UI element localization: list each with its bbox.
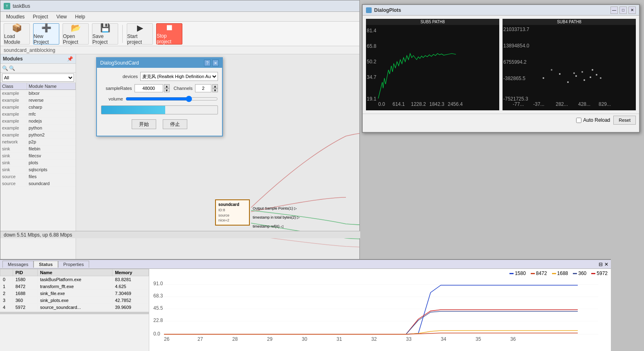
svg-text:35: 35 bbox=[476, 336, 481, 342]
dialog-progress-fill bbox=[101, 106, 165, 114]
sidebar-row[interactable]: examplepython2 bbox=[0, 132, 76, 139]
plots-minimize-btn[interactable]: — bbox=[610, 7, 618, 14]
sidebar-cell-name: soundcard bbox=[27, 180, 76, 187]
sidebar-cell-class: example bbox=[0, 111, 27, 117]
dialog-channels-input[interactable] bbox=[195, 84, 211, 92]
menu-help[interactable]: Help bbox=[71, 13, 90, 20]
toolbar-separator-1 bbox=[122, 25, 123, 43]
legend-label-1688: 1688 bbox=[557, 271, 568, 276]
start-project-button[interactable]: ▶ Start project bbox=[127, 23, 153, 45]
status-chart-area: 1580 8472 1688 360 5972 bbox=[149, 269, 611, 351]
status-panel-float-btn[interactable]: ⊟ bbox=[599, 262, 603, 267]
tab-status[interactable]: Status bbox=[34, 261, 58, 268]
table-row[interactable]: 18472transform_fft.exe4.625 bbox=[0, 283, 149, 290]
legend-label-360: 360 bbox=[578, 271, 586, 276]
plots-close-btn[interactable]: ✕ bbox=[628, 7, 636, 14]
svg-text:81.4: 81.4 bbox=[367, 28, 377, 34]
svg-point-28 bbox=[573, 72, 575, 74]
svg-text:45.5: 45.5 bbox=[153, 305, 163, 311]
dialog-soundcard-help-btn[interactable]: ? bbox=[204, 60, 211, 66]
sidebar-row[interactable]: sinkfilecsv bbox=[0, 152, 76, 159]
soundcard-class: source bbox=[218, 213, 247, 218]
canvas-topbar: soundcard_antiblocking bbox=[0, 46, 359, 54]
dialog-channels-down[interactable]: ▼ bbox=[212, 88, 218, 92]
sidebar-cell-name: filebin bbox=[27, 145, 76, 152]
sidebar-row[interactable]: networkp2p bbox=[0, 139, 76, 145]
cell-name: sink_plots.exe bbox=[38, 297, 112, 304]
status-table-scrollbar[interactable] bbox=[0, 312, 149, 314]
sidebar-cell-class: sink bbox=[0, 145, 27, 152]
module-filter-select[interactable]: All bbox=[2, 74, 74, 82]
sidebar-search-row: 🔍 🔍 bbox=[0, 64, 76, 73]
auto-reload-checkbox[interactable] bbox=[576, 118, 581, 123]
legend-label-1580: 1580 bbox=[515, 271, 526, 276]
dialog-channels-up[interactable]: ▲ bbox=[212, 84, 218, 88]
plots-title-area: DialogPlots bbox=[366, 7, 401, 13]
svg-text:32: 32 bbox=[371, 336, 377, 342]
stop-project-button[interactable]: ⏹ Stop project bbox=[156, 23, 182, 45]
legend-label-5972: 5972 bbox=[597, 271, 608, 276]
svg-point-22 bbox=[567, 81, 569, 83]
dialog-samplerates-down[interactable]: ▼ bbox=[164, 88, 170, 92]
soundcard-id: ID:8 bbox=[218, 208, 247, 213]
soundcard-node[interactable]: soundcard ID:8 source nice=2 bbox=[215, 199, 250, 226]
sidebar-row[interactable]: sourcefiles bbox=[0, 173, 76, 180]
table-row[interactable]: 01580taskBusPlatform.exe83.8281 bbox=[0, 276, 149, 283]
dialog-start-btn[interactable]: 开始 bbox=[132, 119, 156, 129]
dialog-devices-row: devices 麦克风 (Realtek High Definition Aud… bbox=[101, 72, 218, 81]
dialog-samplerates-up[interactable]: ▲ bbox=[164, 84, 170, 88]
col-idx bbox=[0, 269, 13, 276]
dialog-devices-select[interactable]: 麦克风 (Realtek High Definition Audio) bbox=[140, 72, 218, 81]
menu-project[interactable]: Project bbox=[29, 13, 52, 20]
sidebar-row[interactable]: examplereverse bbox=[0, 97, 76, 104]
sidebar-pin-icon[interactable]: 📌 bbox=[67, 56, 73, 62]
svg-text:19.1: 19.1 bbox=[367, 96, 377, 102]
sidebar-row[interactable]: examplebitxor bbox=[0, 90, 76, 97]
dialog-stop-btn[interactable]: 停止 bbox=[163, 119, 187, 129]
new-project-label: New Project bbox=[34, 34, 59, 45]
legend-dot-1580 bbox=[509, 273, 514, 274]
save-project-button[interactable]: 💾 Save Project bbox=[92, 23, 118, 45]
load-module-button[interactable]: 📦 Load Module bbox=[4, 23, 30, 45]
open-project-button[interactable]: 📂 Open Project bbox=[63, 23, 89, 45]
sidebar-row[interactable]: examplenodejs bbox=[0, 118, 76, 125]
menu-moudles[interactable]: Moudles bbox=[2, 13, 29, 20]
tab-messages[interactable]: Messages bbox=[2, 261, 34, 268]
sidebar-row[interactable]: examplemfc bbox=[0, 111, 76, 118]
new-project-button[interactable]: ➕ New Project bbox=[33, 23, 59, 45]
sidebar-cell-name: sqlscripts bbox=[27, 166, 76, 173]
svg-text:-7521725.3: -7521725.3 bbox=[503, 96, 528, 102]
sidebar-cell-class: sink bbox=[0, 159, 27, 166]
svg-text:26: 26 bbox=[164, 336, 170, 342]
sidebar-row[interactable]: sinkplots bbox=[0, 159, 76, 166]
table-row[interactable]: 21688sink_file.exe7.30469 bbox=[0, 290, 149, 297]
sidebar-cell-class: example bbox=[0, 132, 27, 138]
tab-properties[interactable]: Properties bbox=[58, 261, 89, 268]
sidebar-cell-name: python bbox=[27, 125, 76, 131]
table-row[interactable]: 45972source_soundcard...39.9609 bbox=[0, 304, 149, 311]
sidebar-cell-name: p2p bbox=[27, 139, 76, 145]
sidebar-row[interactable]: sourcesoundcard bbox=[0, 180, 76, 187]
sidebar-row[interactable]: examplecsharp bbox=[0, 104, 76, 111]
reset-button[interactable]: Reset bbox=[613, 116, 636, 125]
sidebar-row[interactable]: examplepython bbox=[0, 125, 76, 132]
svg-point-23 bbox=[575, 75, 577, 77]
plots-charts-row: SUB5 PATH8 81.4 65.8 50.2 34.7 19.1 0.0 … bbox=[363, 16, 639, 114]
svg-text:-37...: -37... bbox=[533, 101, 544, 107]
dialog-samplerates-input[interactable] bbox=[135, 84, 163, 92]
start-project-icon: ▶ bbox=[137, 23, 143, 33]
menu-view[interactable]: View bbox=[52, 13, 71, 20]
plots-title-icon bbox=[366, 7, 372, 13]
plots-maximize-btn[interactable]: □ bbox=[619, 7, 627, 14]
table-row[interactable]: 3360sink_plots.exe42.7852 bbox=[0, 297, 149, 304]
dialog-soundcard-close-btn[interactable]: ✕ bbox=[212, 60, 219, 66]
svg-text:21033713.7: 21033713.7 bbox=[503, 27, 530, 32]
dialog-volume-slider[interactable] bbox=[126, 96, 218, 102]
cell-memory: 7.30469 bbox=[112, 290, 149, 297]
dialog-samplerates-spinner: ▲ ▼ bbox=[135, 84, 170, 92]
status-panel-close-btn[interactable]: ✕ bbox=[604, 262, 608, 267]
sidebar-row[interactable]: sinkfilebin bbox=[0, 145, 76, 152]
legend-dot-360 bbox=[573, 273, 577, 274]
sidebar-row[interactable]: sinksqlscripts bbox=[0, 166, 76, 173]
status-table-header-row: PID Name Memory bbox=[0, 269, 149, 276]
